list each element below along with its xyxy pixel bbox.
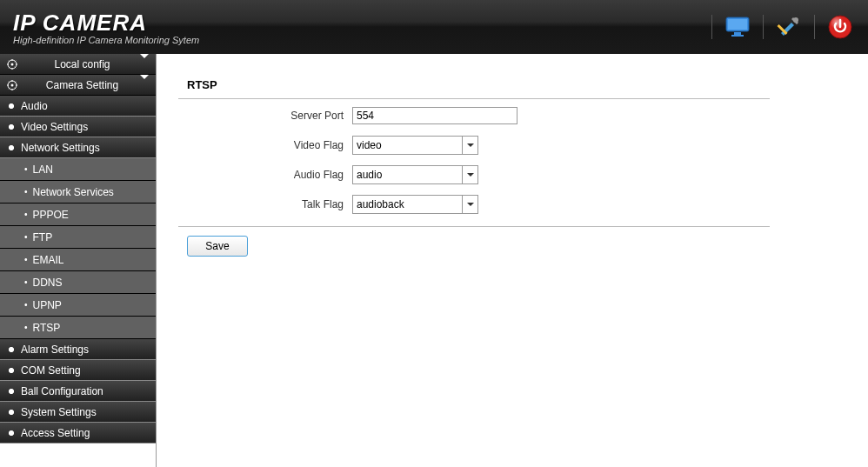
- sidebar-network-settings[interactable]: Network Settings: [0, 137, 156, 158]
- header-title-block: IP CAMERA High-definition IP Camera Moni…: [13, 10, 199, 45]
- svg-point-9: [11, 63, 14, 65]
- bullet-icon: [9, 430, 14, 436]
- header-subtitle: High-definition IP Camera Monitoring Syt…: [13, 35, 199, 45]
- sidebar-ftp[interactable]: • FTP: [0, 226, 156, 249]
- audio-flag-select[interactable]: audio: [352, 165, 478, 184]
- dot-icon: •: [24, 323, 28, 332]
- audio-flag-value: audio: [357, 169, 382, 181]
- talk-flag-label: Talk Flag: [178, 198, 352, 210]
- sidebar-ddns[interactable]: • DDNS: [0, 271, 156, 294]
- power-icon[interactable]: [821, 10, 859, 44]
- save-button[interactable]: Save: [187, 236, 248, 257]
- form-divider: [178, 226, 770, 227]
- rtsp-panel: RTSP Server Port Video Flag video Audio …: [178, 71, 770, 257]
- sidebar-item-label: Access Setting: [21, 427, 90, 439]
- video-flag-select[interactable]: video: [352, 136, 478, 155]
- sidebar-item-label: Video Settings: [21, 121, 88, 133]
- svg-rect-14: [9, 145, 14, 150]
- sidebar-video-settings[interactable]: Video Settings: [0, 117, 156, 137]
- svg-rect-17: [9, 389, 14, 394]
- svg-rect-12: [9, 103, 14, 109]
- bullet-icon: [9, 347, 14, 352]
- sidebar-item-label: LAN: [33, 163, 53, 176]
- dot-icon: •: [24, 187, 28, 197]
- chevron-down-icon: [462, 196, 477, 213]
- server-port-input[interactable]: [352, 107, 517, 124]
- video-flag-value: video: [357, 139, 382, 151]
- sidebar-item-label: Local config: [54, 58, 110, 70]
- dot-icon: •: [24, 210, 28, 219]
- bullet-icon: [9, 103, 14, 109]
- dot-icon: •: [24, 164, 28, 174]
- sidebar-item-label: Alarm Settings: [21, 344, 89, 356]
- svg-rect-18: [9, 410, 14, 415]
- bullet-icon: [9, 368, 14, 373]
- tools-icon[interactable]: [770, 10, 808, 44]
- talk-flag-select[interactable]: audioback: [352, 195, 478, 214]
- sidebar-upnp[interactable]: • UPNP: [0, 294, 156, 317]
- sidebar-item-label: Ball Configuration: [21, 385, 103, 397]
- sidebar-local-config[interactable]: Local config: [0, 54, 156, 75]
- sidebar-pppoe[interactable]: • PPPOE: [0, 203, 156, 226]
- gear-icon: [7, 59, 17, 70]
- sidebar-item-label: PPPOE: [33, 209, 69, 221]
- sidebar-camera-setting[interactable]: Camera Setting: [0, 75, 156, 96]
- audio-flag-row: Audio Flag audio: [178, 162, 770, 188]
- sidebar-item-label: Network Settings: [21, 142, 100, 154]
- bullet-icon: [9, 124, 14, 130]
- server-port-row: Server Port: [178, 103, 770, 129]
- sidebar-item-label: FTP: [33, 231, 53, 244]
- dot-icon: •: [24, 277, 28, 287]
- chevron-down-icon: [140, 79, 149, 91]
- chevron-down-icon: [140, 58, 149, 70]
- svg-rect-15: [9, 347, 14, 352]
- sidebar-alarm-settings[interactable]: Alarm Settings: [0, 339, 156, 360]
- sidebar: Local config Camera Setting Audio Video …: [0, 54, 157, 467]
- bullet-icon: [9, 410, 14, 415]
- svg-rect-13: [9, 124, 14, 130]
- panel-title: RTSP: [178, 71, 770, 99]
- sidebar-network-services[interactable]: • Network Services: [0, 181, 156, 203]
- sidebar-email[interactable]: • EMAIL: [0, 249, 156, 271]
- sidebar-item-label: Network Services: [33, 186, 114, 198]
- video-flag-row: Video Flag video: [178, 132, 770, 158]
- gear-icon: [7, 80, 17, 90]
- sidebar-item-label: UPNP: [33, 299, 62, 311]
- save-row: Save: [178, 236, 770, 257]
- svg-point-11: [11, 83, 14, 86]
- svg-rect-19: [9, 430, 14, 436]
- svg-rect-16: [9, 368, 14, 373]
- svg-rect-2: [734, 32, 741, 35]
- sidebar-rtsp[interactable]: • RTSP: [0, 317, 156, 339]
- bullet-icon: [9, 389, 14, 394]
- header-divider: [711, 15, 712, 39]
- svg-rect-3: [731, 35, 744, 37]
- dot-icon: •: [24, 255, 28, 264]
- sidebar-com-setting[interactable]: COM Setting: [0, 360, 156, 381]
- sidebar-item-label: EMAIL: [33, 254, 64, 266]
- header-title: IP CAMERA: [13, 10, 199, 37]
- dot-icon: •: [24, 300, 28, 310]
- svg-rect-1: [728, 19, 747, 30]
- sidebar-item-label: System Settings: [21, 406, 97, 418]
- sidebar-lan[interactable]: • LAN: [0, 158, 156, 181]
- header: IP CAMERA High-definition IP Camera Moni…: [0, 0, 868, 54]
- video-flag-label: Video Flag: [178, 139, 352, 151]
- sidebar-item-label: Camera Setting: [46, 79, 118, 91]
- dot-icon: •: [24, 232, 28, 242]
- container: Local config Camera Setting Audio Video …: [0, 54, 868, 467]
- chevron-down-icon: [462, 137, 477, 154]
- bullet-icon: [9, 145, 14, 150]
- sidebar-audio[interactable]: Audio: [0, 96, 156, 117]
- sidebar-access-setting[interactable]: Access Setting: [0, 423, 156, 444]
- header-icons: [707, 10, 859, 44]
- audio-flag-label: Audio Flag: [178, 169, 352, 181]
- chevron-down-icon: [462, 166, 477, 183]
- sidebar-ball-configuration[interactable]: Ball Configuration: [0, 381, 156, 402]
- sidebar-system-settings[interactable]: System Settings: [0, 402, 156, 423]
- main-content: RTSP Server Port Video Flag video Audio …: [157, 54, 868, 467]
- sidebar-item-label: RTSP: [33, 322, 61, 334]
- sidebar-item-label: Audio: [21, 100, 48, 112]
- svg-point-5: [793, 17, 798, 23]
- monitor-icon[interactable]: [718, 10, 757, 44]
